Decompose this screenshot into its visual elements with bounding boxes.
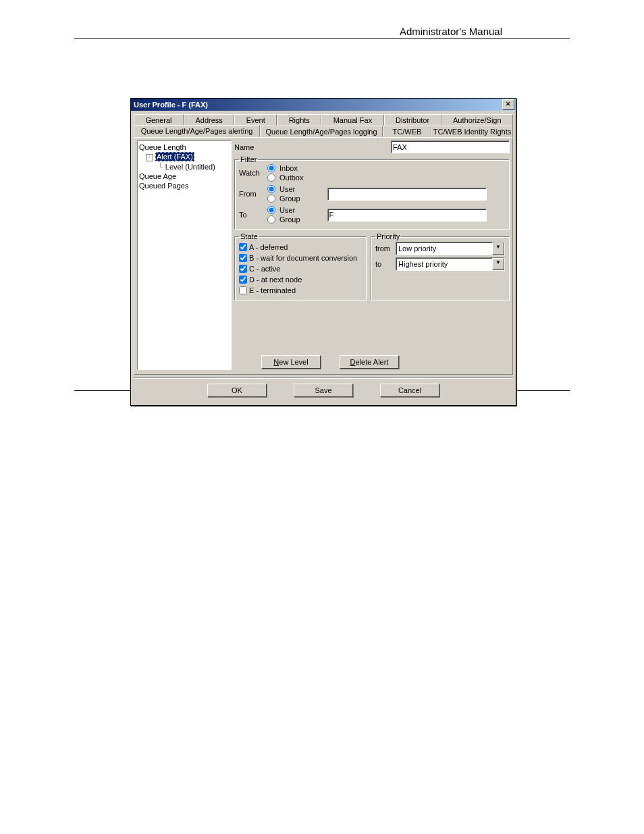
user-profile-dialog: User Profile - F (FAX) ✕ General Address…: [130, 98, 516, 398]
right-pane: Name Filter Watch Inbox Outbox From User: [234, 140, 510, 371]
tree-item-label: Alert (FAX): [155, 152, 194, 161]
to-user-radio[interactable]: User: [267, 205, 300, 215]
priority-to-label: to: [375, 260, 396, 268]
tree-item-queue-length[interactable]: Queue Length: [139, 142, 230, 152]
priority-group: Priority from Low priority ▼ to Highest …: [371, 232, 510, 301]
tree-item-queued-pages[interactable]: Queued Pages: [139, 181, 230, 190]
tab-queue-alerting[interactable]: Queue Length/Age/Pages alerting: [134, 125, 260, 137]
filter-group: Filter Watch Inbox Outbox From User Grou…: [234, 155, 510, 230]
tabs-row-2: Queue Length/Age/Pages alerting Queue Le…: [134, 125, 513, 137]
priority-legend: Priority: [375, 232, 401, 240]
tree-item-level-untitled[interactable]: Level (Untitled): [139, 162, 230, 172]
tab-address[interactable]: Address: [184, 114, 234, 126]
name-label: Name: [234, 143, 263, 151]
tabs-row-1: General Address Event Rights Manual Fax …: [134, 113, 513, 125]
alert-tree[interactable]: Queue Length -Alert (FAX) Level (Untitle…: [137, 140, 232, 370]
tab-event[interactable]: Event: [234, 114, 277, 126]
close-icon[interactable]: ✕: [502, 99, 514, 110]
state-legend: State: [239, 232, 259, 240]
cancel-button[interactable]: Cancel: [380, 384, 439, 397]
state-d-checkbox[interactable]: D - at next node: [239, 274, 362, 285]
chevron-down-icon[interactable]: ▼: [492, 258, 504, 270]
watch-outbox-radio[interactable]: Outbox: [267, 173, 303, 182]
titlebar: User Profile - F (FAX) ✕: [131, 99, 516, 111]
dialog-title: User Profile - F (FAX): [134, 101, 208, 109]
state-e-checkbox[interactable]: E - terminated: [239, 285, 362, 296]
tree-collapse-icon[interactable]: -: [146, 154, 153, 161]
tab-queue-logging[interactable]: Queue Length/Age/Pages logging: [260, 126, 383, 138]
dialog-footer: OK Save Cancel: [134, 377, 513, 398]
from-group-radio[interactable]: Group: [267, 194, 300, 203]
filter-legend: Filter: [239, 155, 258, 163]
tree-item-alert-fax[interactable]: -Alert (FAX): [139, 152, 230, 162]
delete-alert-button[interactable]: Delete Alert: [340, 355, 399, 369]
state-group: State A - deferred B - wait for document…: [234, 232, 367, 301]
tab-panel: Queue Length -Alert (FAX) Level (Untitle…: [134, 137, 513, 375]
tab-tcweb[interactable]: TC/WEB: [383, 126, 431, 138]
state-b-checkbox[interactable]: B - wait for document conversion: [239, 253, 362, 263]
priority-to-dropdown[interactable]: Highest priority ▼: [396, 257, 505, 271]
from-user-radio[interactable]: User: [267, 184, 300, 194]
from-label: From: [239, 190, 267, 198]
priority-from-label: from: [375, 244, 396, 253]
watch-inbox-radio[interactable]: Inbox: [267, 163, 303, 173]
name-field[interactable]: [391, 140, 510, 153]
save-button[interactable]: Save: [294, 384, 353, 397]
chevron-down-icon[interactable]: ▼: [492, 242, 504, 255]
tab-manual-fax[interactable]: Manual Fax: [321, 114, 383, 126]
tree-item-label: Level (Untitled): [165, 163, 215, 171]
tab-distributor[interactable]: Distributor: [384, 114, 441, 126]
tab-tcweb-identity[interactable]: TC/WEB Identity Rights: [431, 126, 513, 138]
tree-item-queue-age[interactable]: Queue Age: [139, 172, 230, 181]
tab-general[interactable]: General: [134, 114, 184, 126]
priority-from-dropdown[interactable]: Low priority ▼: [396, 242, 505, 255]
from-field[interactable]: [327, 188, 487, 201]
state-a-checkbox[interactable]: A - deferred: [239, 242, 362, 253]
to-label: To: [239, 211, 267, 219]
to-group-radio[interactable]: Group: [267, 215, 300, 224]
to-field[interactable]: [327, 209, 487, 221]
page-header: Administrator's Manual: [74, 26, 570, 39]
tab-rights[interactable]: Rights: [277, 114, 321, 126]
tab-authorize-sign[interactable]: Authorize/Sign: [441, 114, 513, 126]
new-level-button[interactable]: New Level: [261, 355, 321, 369]
watch-label: Watch: [239, 169, 267, 177]
state-c-checkbox[interactable]: C - active: [239, 263, 362, 274]
page-header-text: Administrator's Manual: [400, 26, 502, 37]
ok-button[interactable]: OK: [207, 384, 267, 397]
